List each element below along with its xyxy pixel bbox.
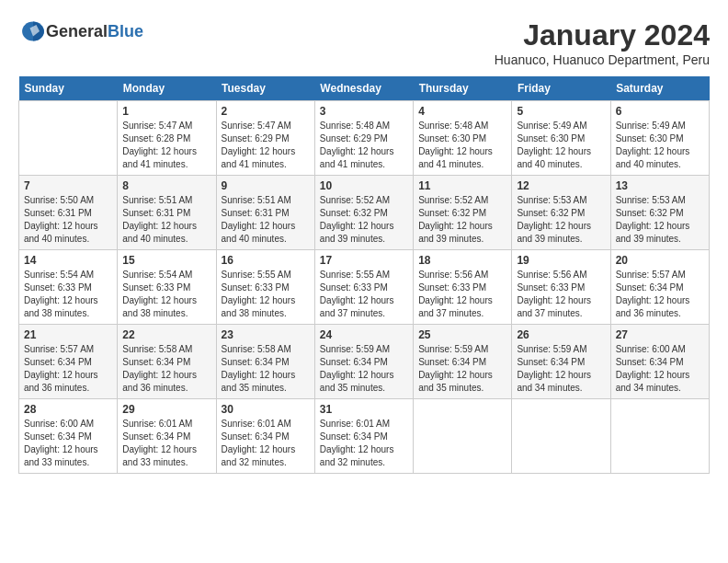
day-info: Sunrise: 5:53 AM Sunset: 6:32 PM Dayligh…	[517, 194, 605, 246]
calendar-cell: 4Sunrise: 5:48 AM Sunset: 6:30 PM Daylig…	[414, 101, 512, 176]
calendar-cell	[414, 399, 512, 474]
calendar-cell: 5Sunrise: 5:49 AM Sunset: 6:30 PM Daylig…	[512, 101, 610, 176]
day-number: 21	[24, 328, 112, 341]
day-number: 8	[122, 179, 210, 192]
calendar-cell: 6Sunrise: 5:49 AM Sunset: 6:30 PM Daylig…	[610, 101, 709, 176]
calendar-cell	[19, 101, 118, 176]
day-number: 15	[122, 254, 210, 267]
day-info: Sunrise: 5:51 AM Sunset: 6:31 PM Dayligh…	[122, 194, 210, 246]
col-sunday: Sunday	[19, 76, 118, 101]
day-number: 20	[616, 254, 704, 267]
day-info: Sunrise: 5:51 AM Sunset: 6:31 PM Dayligh…	[222, 194, 310, 246]
col-wednesday: Wednesday	[314, 76, 413, 101]
calendar-cell: 9Sunrise: 5:51 AM Sunset: 6:31 PM Daylig…	[216, 176, 314, 250]
calendar-cell: 2Sunrise: 5:47 AM Sunset: 6:29 PM Daylig…	[216, 101, 314, 176]
subtitle: Huanuco, Huanuco Department, Peru	[495, 52, 710, 67]
day-number: 6	[616, 105, 704, 118]
day-info: Sunrise: 5:52 AM Sunset: 6:32 PM Dayligh…	[320, 194, 408, 246]
logo: GeneralBlue	[18, 18, 143, 44]
calendar-cell: 11Sunrise: 5:52 AM Sunset: 6:32 PM Dayli…	[414, 176, 512, 250]
day-number: 7	[24, 179, 112, 192]
calendar-cell: 21Sunrise: 5:57 AM Sunset: 6:34 PM Dayli…	[19, 325, 118, 399]
day-number: 22	[122, 328, 210, 341]
day-info: Sunrise: 5:54 AM Sunset: 6:33 PM Dayligh…	[122, 269, 210, 320]
header-row: Sunday Monday Tuesday Wednesday Thursday…	[19, 76, 710, 101]
day-info: Sunrise: 6:01 AM Sunset: 6:34 PM Dayligh…	[122, 418, 210, 469]
calendar-cell	[512, 399, 610, 474]
day-info: Sunrise: 5:53 AM Sunset: 6:32 PM Dayligh…	[616, 194, 704, 246]
calendar-cell: 31Sunrise: 6:01 AM Sunset: 6:34 PM Dayli…	[314, 399, 413, 474]
day-number: 18	[418, 254, 506, 267]
day-info: Sunrise: 5:49 AM Sunset: 6:30 PM Dayligh…	[616, 120, 704, 171]
day-info: Sunrise: 5:48 AM Sunset: 6:30 PM Dayligh…	[418, 120, 506, 171]
day-number: 9	[222, 179, 310, 192]
calendar-week-3: 14Sunrise: 5:54 AM Sunset: 6:33 PM Dayli…	[19, 250, 710, 325]
calendar-cell	[610, 399, 709, 474]
day-info: Sunrise: 5:50 AM Sunset: 6:31 PM Dayligh…	[24, 194, 112, 246]
col-saturday: Saturday	[610, 76, 709, 101]
calendar-week-1: 1Sunrise: 5:47 AM Sunset: 6:28 PM Daylig…	[19, 101, 710, 176]
day-number: 19	[517, 254, 605, 267]
day-number: 30	[222, 403, 310, 416]
calendar-cell: 10Sunrise: 5:52 AM Sunset: 6:32 PM Dayli…	[314, 176, 413, 250]
day-number: 17	[320, 254, 408, 267]
day-number: 13	[616, 179, 704, 192]
calendar-table: Sunday Monday Tuesday Wednesday Thursday…	[18, 76, 710, 474]
day-info: Sunrise: 6:00 AM Sunset: 6:34 PM Dayligh…	[24, 418, 112, 469]
day-info: Sunrise: 5:49 AM Sunset: 6:30 PM Dayligh…	[517, 120, 605, 171]
day-number: 28	[24, 403, 112, 416]
col-tuesday: Tuesday	[216, 76, 314, 101]
calendar-cell: 28Sunrise: 6:00 AM Sunset: 6:34 PM Dayli…	[19, 399, 118, 474]
page: GeneralBlue January 2024 Huanuco, Huanuc…	[0, 0, 728, 483]
day-number: 24	[320, 328, 408, 341]
calendar-week-2: 7Sunrise: 5:50 AM Sunset: 6:31 PM Daylig…	[19, 176, 710, 250]
calendar-cell: 13Sunrise: 5:53 AM Sunset: 6:32 PM Dayli…	[610, 176, 709, 250]
calendar-cell: 22Sunrise: 5:58 AM Sunset: 6:34 PM Dayli…	[118, 325, 216, 399]
col-monday: Monday	[118, 76, 216, 101]
calendar-cell: 19Sunrise: 5:56 AM Sunset: 6:33 PM Dayli…	[512, 250, 610, 325]
day-number: 2	[222, 105, 310, 118]
day-info: Sunrise: 5:58 AM Sunset: 6:34 PM Dayligh…	[122, 343, 210, 395]
day-info: Sunrise: 6:01 AM Sunset: 6:34 PM Dayligh…	[320, 418, 408, 469]
calendar-cell: 20Sunrise: 5:57 AM Sunset: 6:34 PM Dayli…	[610, 250, 709, 325]
logo-icon	[20, 18, 46, 44]
day-info: Sunrise: 5:55 AM Sunset: 6:33 PM Dayligh…	[222, 269, 310, 320]
col-thursday: Thursday	[414, 76, 512, 101]
title-block: January 2024 Huanuco, Huanuco Department…	[495, 18, 710, 67]
calendar-body: 1Sunrise: 5:47 AM Sunset: 6:28 PM Daylig…	[19, 101, 710, 474]
day-info: Sunrise: 5:47 AM Sunset: 6:29 PM Dayligh…	[222, 120, 310, 171]
day-number: 25	[418, 328, 506, 341]
day-number: 29	[122, 403, 210, 416]
day-number: 4	[418, 105, 506, 118]
calendar-cell: 23Sunrise: 5:58 AM Sunset: 6:34 PM Dayli…	[216, 325, 314, 399]
day-number: 3	[320, 105, 408, 118]
day-info: Sunrise: 5:56 AM Sunset: 6:33 PM Dayligh…	[418, 269, 506, 320]
day-info: Sunrise: 5:59 AM Sunset: 6:34 PM Dayligh…	[418, 343, 506, 395]
col-friday: Friday	[512, 76, 610, 101]
day-number: 5	[517, 105, 605, 118]
calendar-cell: 18Sunrise: 5:56 AM Sunset: 6:33 PM Dayli…	[414, 250, 512, 325]
day-number: 10	[320, 179, 408, 192]
day-info: Sunrise: 5:58 AM Sunset: 6:34 PM Dayligh…	[222, 343, 310, 395]
day-info: Sunrise: 5:47 AM Sunset: 6:28 PM Dayligh…	[122, 120, 210, 171]
day-number: 23	[222, 328, 310, 341]
calendar-cell: 14Sunrise: 5:54 AM Sunset: 6:33 PM Dayli…	[19, 250, 118, 325]
calendar-cell: 29Sunrise: 6:01 AM Sunset: 6:34 PM Dayli…	[118, 399, 216, 474]
calendar-week-4: 21Sunrise: 5:57 AM Sunset: 6:34 PM Dayli…	[19, 325, 710, 399]
day-number: 1	[122, 105, 210, 118]
day-info: Sunrise: 5:59 AM Sunset: 6:34 PM Dayligh…	[517, 343, 605, 395]
calendar-cell: 27Sunrise: 6:00 AM Sunset: 6:34 PM Dayli…	[610, 325, 709, 399]
day-info: Sunrise: 5:52 AM Sunset: 6:32 PM Dayligh…	[418, 194, 506, 246]
calendar-cell: 1Sunrise: 5:47 AM Sunset: 6:28 PM Daylig…	[118, 101, 216, 176]
day-info: Sunrise: 5:54 AM Sunset: 6:33 PM Dayligh…	[24, 269, 112, 320]
day-info: Sunrise: 5:57 AM Sunset: 6:34 PM Dayligh…	[24, 343, 112, 395]
day-number: 11	[418, 179, 506, 192]
day-number: 31	[320, 403, 408, 416]
calendar-cell: 7Sunrise: 5:50 AM Sunset: 6:31 PM Daylig…	[19, 176, 118, 250]
calendar-cell: 16Sunrise: 5:55 AM Sunset: 6:33 PM Dayli…	[216, 250, 314, 325]
calendar-cell: 17Sunrise: 5:55 AM Sunset: 6:33 PM Dayli…	[314, 250, 413, 325]
calendar-cell: 8Sunrise: 5:51 AM Sunset: 6:31 PM Daylig…	[118, 176, 216, 250]
day-number: 26	[517, 328, 605, 341]
day-number: 12	[517, 179, 605, 192]
calendar-cell: 3Sunrise: 5:48 AM Sunset: 6:29 PM Daylig…	[314, 101, 413, 176]
